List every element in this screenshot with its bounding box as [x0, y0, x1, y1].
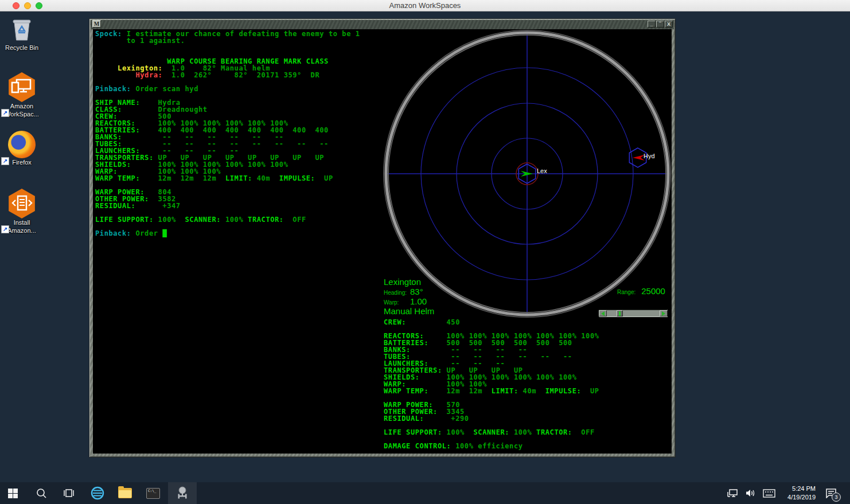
warp-label: Warp: — [384, 299, 410, 306]
notification-count-badge: 3 — [832, 493, 841, 502]
search-icon — [36, 488, 46, 498]
desktop: Recycle Bin ↗ Amazon WorkSpac... ↗ Firef… — [0, 11, 850, 482]
range-increase-button[interactable] — [660, 310, 668, 317]
window-title: Amazon WorkSpaces — [0, 1, 850, 10]
touch-keyboard-tray-icon[interactable] — [762, 482, 777, 504]
minimize-button[interactable]: _ — [648, 21, 656, 28]
firefox-icon — [8, 131, 36, 158]
windows-logo-icon — [8, 489, 18, 498]
desktop-icon-install-amazon[interactable]: ↗ Install Amazon... — [0, 189, 44, 235]
start-button[interactable] — [0, 482, 25, 504]
game-window-titlebar[interactable] — [91, 20, 674, 29]
desktop-icon-firefox[interactable]: ↗ Firefox — [0, 131, 44, 166]
left-arrow-icon — [601, 311, 605, 316]
range-decrease-button[interactable] — [599, 310, 607, 317]
command-prompt-icon: C:\_ — [146, 488, 160, 499]
close-button[interactable]: X — [665, 21, 673, 28]
window-menu-button[interactable]: M — [92, 20, 101, 28]
install-package-icon — [7, 189, 37, 218]
own-ship-name: Lexington — [384, 277, 434, 287]
recycle-bin-icon — [8, 16, 36, 44]
own-ship-status-terminal: CREW: 450 REACTORS: 100% 100% 100% 100% … — [384, 319, 599, 450]
task-view-button[interactable] — [56, 482, 81, 504]
starship-icon — [176, 486, 189, 500]
warp-value: 1.00 — [410, 296, 427, 306]
shortcut-arrow-icon: ↗ — [1, 157, 9, 165]
helm-mode: Manual Helm — [384, 306, 434, 316]
windows-taskbar: C:\_ 5:24 PM 4/19/2019 — [0, 482, 850, 504]
range-slider-thumb[interactable] — [617, 310, 623, 317]
internet-explorer-button[interactable] — [85, 482, 110, 504]
desktop-icon-recycle-bin[interactable]: Recycle Bin — [0, 16, 44, 52]
own-ship-readout: Lexington Heading: 83° Warp: 1.00 Manual… — [384, 277, 434, 316]
desktop-icon-amazon-workspaces[interactable]: ↗ Amazon WorkSpac... — [0, 72, 44, 118]
time: 5:24 PM — [778, 485, 816, 493]
main-terminal: Spock: I estimate our chance of defeatin… — [95, 30, 360, 237]
scanner-range-readout: Range: 25000 — [617, 286, 665, 296]
range-value: 25000 — [641, 286, 665, 296]
shortcut-arrow-icon: ↗ — [1, 225, 9, 233]
file-explorer-icon — [118, 488, 132, 498]
taskbar-clock[interactable]: 5:24 PM 4/19/2019 — [778, 485, 816, 502]
desktop-icon-label: Recycle Bin — [0, 44, 44, 52]
search-button[interactable] — [29, 482, 54, 504]
network-tray-icon[interactable] — [725, 482, 740, 504]
command-prompt-button[interactable]: C:\_ — [141, 482, 166, 504]
range-slider[interactable] — [599, 310, 668, 317]
ega-trek-game-window: M _ ‾ X Spock: I estimate our chance of … — [89, 18, 676, 458]
ega-trek-taskbar-button[interactable] — [168, 482, 197, 504]
maximize-button[interactable]: ‾ — [656, 21, 664, 28]
task-view-icon — [63, 489, 75, 498]
file-explorer-button[interactable] — [112, 482, 138, 504]
volume-tray-icon[interactable] — [743, 482, 758, 504]
shortcut-arrow-icon: ↗ — [1, 109, 9, 117]
macos-titlebar: Amazon WorkSpaces — [0, 0, 850, 11]
internet-explorer-icon — [90, 486, 105, 501]
heading-value: 83° — [410, 287, 423, 296]
workspaces-icon — [7, 72, 37, 102]
date: 4/19/2019 — [778, 493, 816, 502]
right-arrow-icon — [662, 311, 665, 316]
heading-label: Heading: — [384, 290, 410, 296]
range-label: Range: — [617, 289, 635, 295]
